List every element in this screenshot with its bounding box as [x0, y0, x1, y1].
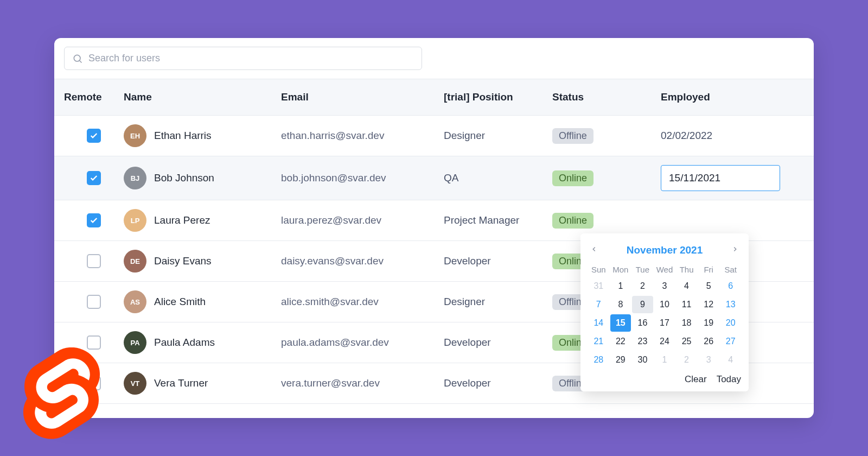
remote-checkbox[interactable] [87, 295, 101, 309]
calendar-day[interactable]: 30 [632, 351, 653, 369]
weekday-label: Sun [588, 265, 609, 274]
weekday-label: Fri [698, 265, 719, 274]
calendar-day[interactable]: 3 [698, 351, 719, 369]
calendar-day[interactable]: 6 [720, 277, 741, 295]
datepicker-prev-icon[interactable] [588, 243, 600, 257]
avatar: PA [124, 331, 146, 354]
remote-checkbox[interactable] [87, 213, 101, 227]
remote-checkbox[interactable] [87, 254, 101, 268]
status-badge: Online [552, 170, 593, 186]
calendar-day[interactable]: 26 [698, 333, 719, 350]
calendar-day[interactable]: 23 [632, 333, 653, 350]
calendar-day[interactable]: 1 [654, 351, 675, 369]
datepicker-weekdays: SunMonTueWedThuFriSat [588, 265, 741, 274]
calendar-day[interactable]: 17 [654, 314, 675, 332]
datepicker-today[interactable]: Today [717, 374, 741, 385]
calendar-day[interactable]: 29 [610, 351, 631, 369]
calendar-day[interactable]: 1 [610, 277, 631, 295]
calendar-day[interactable]: 2 [676, 351, 697, 369]
avatar: DE [124, 250, 146, 273]
user-name: Alice Smith [154, 296, 206, 308]
user-name: Ethan Harris [154, 130, 212, 142]
calendar-day[interactable]: 25 [676, 333, 697, 350]
employed-date: 02/02/2022 [661, 130, 804, 142]
datepicker-title[interactable]: November 2021 [627, 244, 703, 256]
remote-checkbox[interactable] [87, 129, 101, 143]
calendar-day[interactable]: 27 [720, 333, 741, 350]
col-header-position[interactable]: [trial] Position [444, 91, 552, 103]
avatar: VT [124, 372, 146, 395]
calendar-day[interactable]: 15 [610, 314, 631, 332]
datepicker-footer: Clear Today [588, 374, 741, 385]
table-row[interactable]: EHEthan Harrisethan.harris@svar.devDesig… [54, 116, 814, 156]
col-header-email[interactable]: Email [281, 91, 444, 103]
datepicker-clear[interactable]: Clear [685, 374, 707, 385]
col-header-employed[interactable]: Employed [661, 91, 804, 103]
user-email: bob.johnson@svar.dev [281, 172, 444, 184]
calendar-day[interactable]: 4 [676, 277, 697, 295]
calendar-day[interactable]: 7 [588, 296, 609, 313]
user-email: vera.turner@svar.dev [281, 377, 444, 389]
calendar-day[interactable]: 4 [720, 351, 741, 369]
user-position: Project Manager [444, 214, 552, 226]
user-email: laura.perez@svar.dev [281, 214, 444, 226]
calendar-day[interactable]: 16 [632, 314, 653, 332]
col-header-remote[interactable]: Remote [64, 91, 124, 103]
user-name: Vera Turner [154, 377, 208, 389]
user-position: Developer [444, 337, 552, 349]
avatar: BJ [124, 167, 146, 189]
user-name: Bob Johnson [154, 172, 214, 184]
datepicker-header: November 2021 [588, 243, 741, 257]
table-header: Remote Name Email [trial] Position Statu… [54, 79, 814, 116]
user-position: Developer [444, 255, 552, 267]
calendar-day[interactable]: 22 [610, 333, 631, 350]
search-icon [72, 53, 83, 64]
datepicker-days: 3112345678910111213141516171819202122232… [588, 277, 741, 369]
user-name: Laura Perez [154, 214, 210, 226]
calendar-day[interactable]: 14 [588, 314, 609, 332]
svelte-logo-icon [22, 347, 103, 440]
weekday-label: Thu [676, 265, 697, 274]
datepicker-next-icon[interactable] [729, 243, 741, 257]
employed-date-input[interactable] [661, 165, 780, 191]
search-wrap[interactable] [64, 47, 422, 70]
weekday-label: Sat [720, 265, 741, 274]
avatar: AS [124, 290, 146, 313]
user-name: Paula Adams [154, 337, 215, 349]
calendar-day[interactable]: 8 [610, 296, 631, 313]
avatar: EH [124, 124, 146, 147]
weekday-label: Mon [610, 265, 631, 274]
status-badge: Offline [552, 128, 593, 144]
calendar-day[interactable]: 13 [720, 296, 741, 313]
calendar-day[interactable]: 21 [588, 333, 609, 350]
calendar-day[interactable]: 5 [698, 277, 719, 295]
calendar-day[interactable]: 11 [676, 296, 697, 313]
calendar-day[interactable]: 3 [654, 277, 675, 295]
search-input[interactable] [88, 53, 414, 64]
user-email: daisy.evans@svar.dev [281, 255, 444, 267]
col-header-name[interactable]: Name [124, 91, 281, 103]
calendar-day[interactable]: 2 [632, 277, 653, 295]
users-table-card: Remote Name Email [trial] Position Statu… [54, 38, 814, 418]
user-position: Designer [444, 130, 552, 142]
user-position: Designer [444, 296, 552, 308]
calendar-day[interactable]: 24 [654, 333, 675, 350]
calendar-day[interactable]: 9 [632, 296, 653, 313]
calendar-day[interactable]: 18 [676, 314, 697, 332]
user-name: Daisy Evans [154, 255, 212, 267]
remote-checkbox[interactable] [87, 171, 101, 185]
avatar: LP [124, 209, 146, 232]
calendar-day[interactable]: 10 [654, 296, 675, 313]
calendar-day[interactable]: 31 [588, 277, 609, 295]
svg-point-0 [74, 55, 80, 61]
calendar-day[interactable]: 19 [698, 314, 719, 332]
table-row[interactable]: BJBob Johnsonbob.johnson@svar.devQAOnlin… [54, 156, 814, 200]
calendar-day[interactable]: 28 [588, 351, 609, 369]
calendar-day[interactable]: 12 [698, 296, 719, 313]
datepicker: November 2021 SunMonTueWedThuFriSat 3112… [580, 233, 749, 391]
user-position: Developer [444, 377, 552, 389]
col-header-status[interactable]: Status [552, 91, 661, 103]
calendar-day[interactable]: 20 [720, 314, 741, 332]
search-bar [54, 38, 814, 79]
weekday-label: Wed [654, 265, 675, 274]
